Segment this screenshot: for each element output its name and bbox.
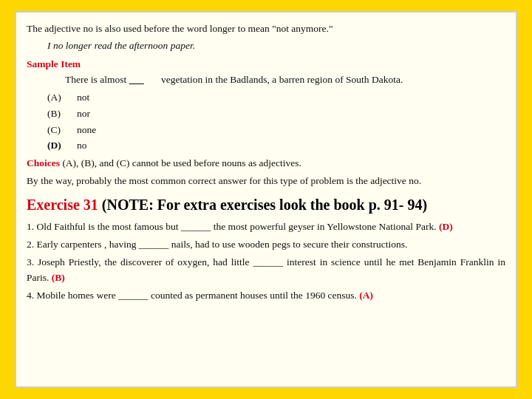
exercise-item-1: 1. Old Faithful is the most famous but _… [27,219,505,235]
choice-row-c: (C) none [47,123,505,138]
exercise-item-2-text: 2. Early carpenters , having ______ nail… [27,239,408,250]
by-the-way: By the way, probably the most common cor… [27,174,505,189]
choice-letter-d: (D) [47,138,77,154]
exercise-item-1-answer: (D) [439,221,453,232]
sample-item-label: Sample Item [27,58,81,69]
intro-line1: The adjective no is also used before the… [27,21,505,37]
choices-explanation-text: (A), (B), and (C) cannot be used before … [60,157,301,168]
exercise-item-4: 4. Mobile homes were ______ counted as p… [27,288,505,304]
choice-letter-b: (B) [47,106,77,122]
exercise-note: (NOTE: For extra exercises look the book… [98,197,427,213]
exercise-item-3-answer: (B) [52,272,65,283]
choice-text-d: no [77,138,505,154]
blank1 [129,72,159,88]
exercise-item-2: 2. Early carpenters , having ______ nail… [27,237,505,253]
exercise-item-1-num: 1. Old Faithful is the most famous but _… [27,221,439,232]
choice-text-b: nor [77,106,505,122]
sample-item-section: Sample Item [27,57,505,72]
there-line: There is almost vegetation in the Badlan… [27,72,505,88]
choice-letter-c: (C) [47,123,77,138]
content-card: The adjective no is also used before the… [15,11,517,388]
exercise-heading: Exercise 31 (NOTE: For extra exercises l… [27,194,505,216]
choice-text-c: none [77,123,505,138]
choices-section: (A) not (B) nor (C) none (D) no [27,90,505,154]
there-intro: There is almost vegetation in the Badlan… [65,74,403,85]
choice-letter-a: (A) [47,90,77,106]
choice-row-a: (A) not [47,90,505,106]
exercise-item-4-text: 4. Mobile homes were ______ counted as p… [27,290,359,301]
choices-label: Choices [27,157,60,168]
exercise-item-4-answer: (A) [359,290,373,301]
choice-row-b: (B) nor [47,106,505,122]
choices-explanation: Choices (A), (B), and (C) cannot be used… [27,156,505,171]
exercise-number: Exercise 31 [27,197,98,213]
choice-row-d: (D) no [47,138,505,154]
intro-block: The adjective no is also used before the… [27,21,505,54]
intro-line2: I no longer read the afternoon paper. [47,38,505,54]
exercise-item-3-text: 3. Joseph Priestly, the discoverer of ox… [27,256,505,283]
choice-text-a: not [77,90,505,106]
exercise-item-3: 3. Joseph Priestly, the discoverer of ox… [27,255,505,286]
